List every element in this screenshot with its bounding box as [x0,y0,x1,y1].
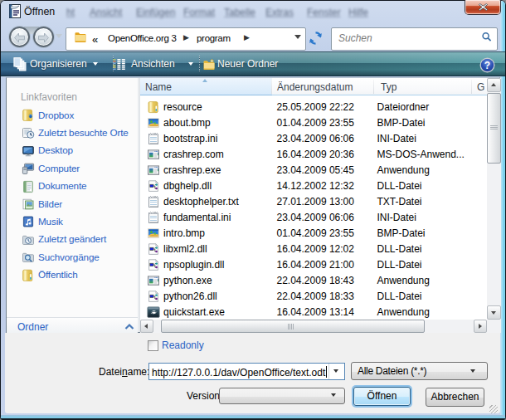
svg-text:?: ? [484,60,490,71]
